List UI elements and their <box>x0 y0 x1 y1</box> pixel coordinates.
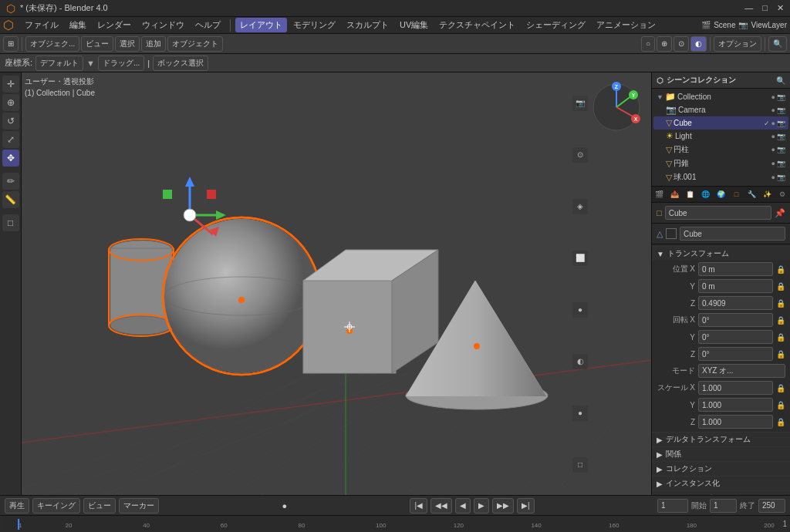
scale-y-lock[interactable]: 🔒 <box>776 401 785 409</box>
measure-tool[interactable]: 📏 <box>2 191 19 208</box>
rot-x-lock[interactable]: 🔒 <box>776 316 785 325</box>
tab-animation[interactable]: アニメーション <box>592 18 660 32</box>
keyframe-dot[interactable]: ● <box>282 501 287 510</box>
menu-window[interactable]: ウィンドウ <box>137 18 189 32</box>
scale-x-field[interactable]: 1.000 <box>698 381 773 395</box>
sph-visibility-icon[interactable]: ● <box>771 173 775 181</box>
scale-z-lock[interactable]: 🔒 <box>776 418 785 426</box>
local-view-btn[interactable]: ◈ <box>572 199 588 214</box>
pos-x-lock[interactable]: 🔒 <box>776 265 785 274</box>
props-world-icon[interactable]: 🌍 <box>714 187 729 202</box>
move-tool[interactable]: ⊕ <box>2 94 19 111</box>
snap-btn[interactable]: ⊕ <box>657 36 672 52</box>
collection-prop-section[interactable]: ▶ コレクション <box>652 461 790 476</box>
material-preview-btn[interactable]: ◐ <box>572 354 588 369</box>
tab-uv[interactable]: UV編集 <box>395 18 433 32</box>
cursor-tool[interactable]: ✛ <box>2 76 19 93</box>
view-menu[interactable]: ビュー <box>83 498 116 513</box>
close-btn[interactable]: ✕ <box>777 3 784 13</box>
next-frame-btn[interactable]: ▶▶ <box>492 498 514 513</box>
pos-y-lock[interactable]: 🔒 <box>776 282 785 291</box>
camera-view-btn[interactable]: 📷 <box>572 96 588 111</box>
select-btn[interactable]: 選択 <box>115 36 140 52</box>
rot-y-lock[interactable]: 🔒 <box>776 333 785 342</box>
light-render-icon[interactable]: 📷 <box>777 133 785 140</box>
tab-modeling[interactable]: モデリング <box>289 18 340 32</box>
scale-x-lock[interactable]: 🔒 <box>776 384 785 392</box>
solid-mode-btn[interactable]: ● <box>572 406 588 421</box>
cyl-render-icon[interactable]: 📷 <box>777 146 785 153</box>
sph-render-icon[interactable]: 📷 <box>777 173 785 181</box>
viewport[interactable]: ユーザー・透視投影 (1) Collection | Cube Z Y X <box>22 72 651 495</box>
object-btn[interactable]: オブジェクト <box>167 36 223 52</box>
tab-texture-paint[interactable]: テクスチャペイント <box>434 18 520 32</box>
cyl-visibility-icon[interactable]: ● <box>771 146 775 153</box>
props-scene-icon[interactable]: 🌐 <box>698 187 714 202</box>
rot-x-field[interactable]: 0° <box>698 313 773 327</box>
wireframe-btn[interactable]: □ <box>572 457 588 473</box>
props-modifier-icon[interactable]: 🔧 <box>744 187 759 202</box>
jump-start-btn[interactable]: |◀ <box>410 498 427 513</box>
transform-dropdown[interactable]: ドラッグ... <box>98 56 144 71</box>
motion-paths-section[interactable]: ▶ モーションパス <box>652 490 790 495</box>
marker-menu[interactable]: マーカー <box>119 498 159 513</box>
collection-render-icon[interactable]: 📷 <box>777 93 785 101</box>
rot-y-field[interactable]: 0° <box>698 330 773 344</box>
props-physics-icon[interactable]: ⚙ <box>775 187 790 202</box>
scale-tool[interactable]: ⤢ <box>2 131 19 148</box>
mesh-name-field[interactable]: Cube <box>680 227 785 241</box>
keying-menu[interactable]: キーイング <box>32 498 80 513</box>
transform-tool[interactable]: ✥ <box>2 150 19 167</box>
tree-camera[interactable]: 📷 Camera ● 📷 <box>653 103 788 116</box>
rot-z-field[interactable]: 0° <box>698 347 773 361</box>
scale-z-field[interactable]: 1.000 <box>698 415 773 429</box>
tab-layout[interactable]: レイアウト <box>235 18 287 32</box>
cam-render-icon[interactable]: 📷 <box>777 106 785 114</box>
menu-edit[interactable]: 編集 <box>65 18 91 32</box>
play-btn[interactable]: ▶ <box>474 498 489 513</box>
cam-visibility-icon[interactable]: ● <box>771 106 775 114</box>
tree-sphere[interactable]: ▽ 球.001 ● 📷 <box>653 170 788 184</box>
add-btn[interactable]: 追加 <box>141 36 166 52</box>
select-mode-btn[interactable]: ボックス選択 <box>153 56 208 71</box>
annotate-tool[interactable]: ✏ <box>2 173 19 190</box>
props-particles-icon[interactable]: ✨ <box>759 187 775 202</box>
cone-visibility-icon[interactable]: ● <box>771 160 775 167</box>
navigation-gizmo[interactable]: Z Y X <box>589 80 643 134</box>
object-mode-btn[interactable]: オブジェク... <box>25 36 79 52</box>
relations-section[interactable]: ▶ 関係 <box>652 446 790 461</box>
cone-render-icon[interactable]: 📷 <box>777 160 785 167</box>
tree-collection[interactable]: ▼ 📁 Collection ● 📷 <box>653 90 788 103</box>
props-view-layer-icon[interactable]: 📋 <box>683 187 698 202</box>
props-output-icon[interactable]: 📤 <box>667 187 683 202</box>
cube-visibility-icon[interactable]: ● <box>771 120 775 127</box>
start-frame-field[interactable]: 1 <box>710 499 737 513</box>
tab-shading[interactable]: シェーディング <box>522 18 590 32</box>
window-controls[interactable]: — □ ✕ <box>744 3 784 13</box>
maximize-btn[interactable]: □ <box>762 3 768 13</box>
pos-y-field[interactable]: 0 m <box>698 279 773 293</box>
jump-end-btn[interactable]: ▶| <box>517 498 535 513</box>
rotate-tool[interactable]: ↺ <box>2 113 19 130</box>
render-mode-btn[interactable]: ● <box>572 302 588 318</box>
tree-cone[interactable]: ▽ 円錐 ● 📷 <box>653 157 788 170</box>
pos-z-field[interactable]: 0.4909 <box>698 296 773 310</box>
rot-mode-field[interactable]: XYZ オ... <box>698 364 785 378</box>
filter-icon[interactable]: 🔍 <box>776 76 785 85</box>
collection-visibility-icon[interactable]: ● <box>771 93 775 101</box>
props-object-icon[interactable]: □ <box>728 187 744 202</box>
end-frame-field[interactable]: 250 <box>758 499 785 513</box>
add-cube-tool[interactable]: □ <box>2 214 19 231</box>
tab-sculpt[interactable]: スカルプト <box>342 18 393 32</box>
prev-frame-btn[interactable]: ◀ <box>455 498 471 513</box>
current-frame-field[interactable]: 1 <box>657 499 688 513</box>
pos-x-field[interactable]: 0 m <box>698 262 773 276</box>
xray-btn[interactable]: ⬜ <box>572 251 588 266</box>
pos-z-lock[interactable]: 🔒 <box>776 299 785 308</box>
options-btn[interactable]: オプション <box>714 36 761 52</box>
tree-light[interactable]: ☀ Light ● 📷 <box>653 130 788 143</box>
view-btn[interactable]: ビュー <box>81 36 113 52</box>
object-pin-icon[interactable]: 📌 <box>775 208 785 218</box>
minimize-btn[interactable]: — <box>744 3 753 13</box>
object-name-field[interactable]: Cube <box>665 206 771 220</box>
